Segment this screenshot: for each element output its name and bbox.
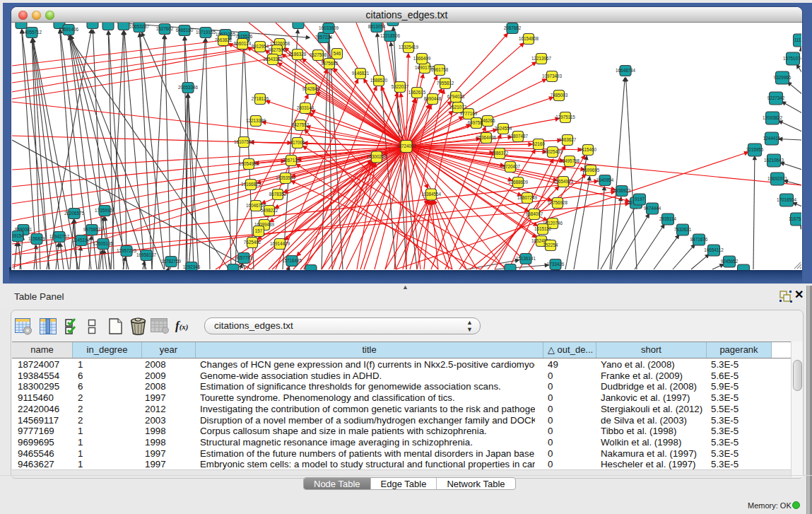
- svg-text:16154808: 16154808: [519, 36, 539, 41]
- svg-text:14055712: 14055712: [22, 30, 42, 35]
- svg-text:8660124: 8660124: [234, 41, 252, 46]
- svg-text:8427552: 8427552: [292, 122, 310, 127]
- svg-text:17359924: 17359924: [95, 208, 115, 213]
- svg-text:16543362: 16543362: [263, 57, 283, 62]
- svg-text:546: 546: [334, 51, 341, 56]
- svg-text:8990448: 8990448: [424, 96, 442, 101]
- svg-text:9684067: 9684067: [526, 211, 543, 216]
- svg-text:19166825: 19166825: [241, 182, 261, 187]
- svg-text:10756928: 10756928: [548, 200, 568, 205]
- svg-text:7955812: 7955812: [437, 81, 454, 86]
- svg-text:1156829: 1156829: [28, 236, 46, 241]
- svg-text:11353594: 11353594: [276, 175, 295, 180]
- svg-text:8471676: 8471676: [690, 237, 708, 242]
- svg-text:2718126: 2718126: [252, 96, 269, 101]
- svg-text:1145194: 1145194: [73, 238, 90, 243]
- svg-text:157: 157: [255, 228, 263, 233]
- svg-text:1733426: 1733426: [547, 262, 565, 267]
- svg-text:25300203: 25300203: [367, 154, 387, 159]
- svg-text:9197: 9197: [635, 197, 645, 201]
- svg-text:10807487: 10807487: [508, 134, 529, 139]
- svg-text:6961758: 6961758: [431, 67, 449, 72]
- svg-text:9657791: 9657791: [235, 255, 253, 260]
- svg-text:19384554: 19384554: [421, 192, 442, 197]
- svg-text:16782759: 16782759: [161, 259, 182, 264]
- svg-text:8186328: 8186328: [289, 52, 307, 57]
- svg-text:11124: 11124: [794, 37, 801, 42]
- svg-text:9242848: 9242848: [302, 86, 320, 91]
- svg-text:7625402: 7625402: [244, 240, 261, 245]
- svg-text:17016504: 17016504: [777, 197, 797, 202]
- svg-text:17957225: 17957225: [117, 248, 137, 253]
- svg-text:6466160: 6466160: [176, 28, 194, 33]
- svg-text:1292346: 1292346: [183, 264, 201, 269]
- svg-text:5322037: 5322037: [392, 84, 409, 89]
- svg-text:19654923: 19654923: [553, 179, 574, 184]
- svg-text:2087682: 2087682: [504, 25, 522, 30]
- svg-text:746266: 746266: [480, 118, 495, 123]
- svg-text:2935114: 2935114: [659, 216, 677, 221]
- svg-text:1527602: 1527602: [156, 26, 174, 31]
- svg-text:7663822: 7663822: [215, 37, 233, 42]
- svg-text:9827506: 9827506: [269, 47, 286, 52]
- svg-text:1588520: 1588520: [370, 78, 388, 83]
- svg-text:13325419: 13325419: [399, 45, 419, 49]
- svg-text:16046756: 16046756: [246, 203, 266, 208]
- svg-text:3624554: 3624554: [495, 126, 512, 131]
- svg-text:252254: 252254: [543, 243, 558, 247]
- svg-text:12942757: 12942757: [49, 234, 70, 239]
- svg-text:10025433: 10025433: [543, 149, 563, 154]
- svg-text:15495798: 15495798: [560, 158, 580, 163]
- svg-text:62160: 62160: [532, 141, 545, 146]
- svg-text:10653287: 10653287: [129, 24, 150, 29]
- svg-text:15720407: 15720407: [500, 164, 521, 169]
- svg-text:12213389: 12213389: [246, 118, 266, 123]
- svg-text:3875685: 3875685: [321, 61, 339, 66]
- svg-text:16210643: 16210643: [764, 158, 784, 163]
- svg-text:10688609: 10688609: [508, 180, 529, 185]
- svg-text:12975115: 12975115: [555, 115, 575, 119]
- svg-text:20053346: 20053346: [178, 85, 199, 90]
- svg-text:8912954: 8912954: [252, 44, 269, 49]
- svg-text:1615112: 1615112: [534, 226, 552, 231]
- svg-text:12505135: 12505135: [93, 241, 114, 246]
- svg-text:16958137: 16958137: [136, 252, 157, 257]
- svg-text:39154: 39154: [12, 233, 24, 238]
- svg-text:16107553: 16107553: [234, 139, 254, 144]
- svg-text:7485003: 7485003: [551, 93, 568, 98]
- svg-text:417006: 417006: [290, 140, 305, 145]
- svg-text:15692971: 15692971: [767, 176, 788, 181]
- svg-text:7857224: 7857224: [315, 35, 333, 40]
- svg-text:8813054: 8813054: [368, 24, 386, 29]
- svg-text:9146821: 9146821: [352, 71, 370, 76]
- svg-text:1640954: 1640954: [596, 177, 614, 182]
- svg-text:1244415: 1244415: [763, 136, 781, 141]
- svg-text:9115460: 9115460: [579, 147, 597, 152]
- svg-text:9463627: 9463627: [559, 137, 577, 142]
- svg-text:15751074: 15751074: [783, 56, 801, 61]
- svg-text:18724007: 18724007: [396, 144, 417, 148]
- svg-text:25364436: 25364436: [476, 135, 497, 140]
- svg-text:1167533: 1167533: [789, 216, 801, 221]
- svg-text:10654112: 10654112: [704, 247, 724, 252]
- svg-text:8678352: 8678352: [269, 192, 287, 197]
- svg-text:10973493: 10973493: [542, 74, 563, 78]
- svg-text:2803144: 2803144: [297, 105, 314, 110]
- svg-text:3215955: 3215955: [746, 147, 764, 152]
- svg-text:1362615: 1362615: [408, 90, 426, 95]
- svg-text:16033809: 16033809: [319, 25, 339, 30]
- svg-text:16648784: 16648784: [616, 68, 636, 73]
- svg-text:5498222: 5498222: [261, 208, 278, 213]
- svg-text:15716485: 15716485: [282, 258, 302, 263]
- svg-text:20691406: 20691406: [59, 27, 79, 32]
- svg-text:3267130: 3267130: [283, 158, 300, 163]
- svg-text:9329966: 9329966: [774, 75, 792, 80]
- svg-text:16914479: 16914479: [270, 241, 290, 246]
- svg-text:18807249: 18807249: [517, 195, 538, 200]
- svg-text:9245652: 9245652: [721, 259, 739, 264]
- svg-text:1366409: 1366409: [413, 56, 431, 61]
- svg-text:20206575: 20206575: [64, 211, 85, 216]
- svg-text:8938923: 8938923: [613, 188, 631, 193]
- svg-text:12218506: 12218506: [380, 33, 401, 38]
- svg-text:9699695: 9699695: [582, 168, 600, 173]
